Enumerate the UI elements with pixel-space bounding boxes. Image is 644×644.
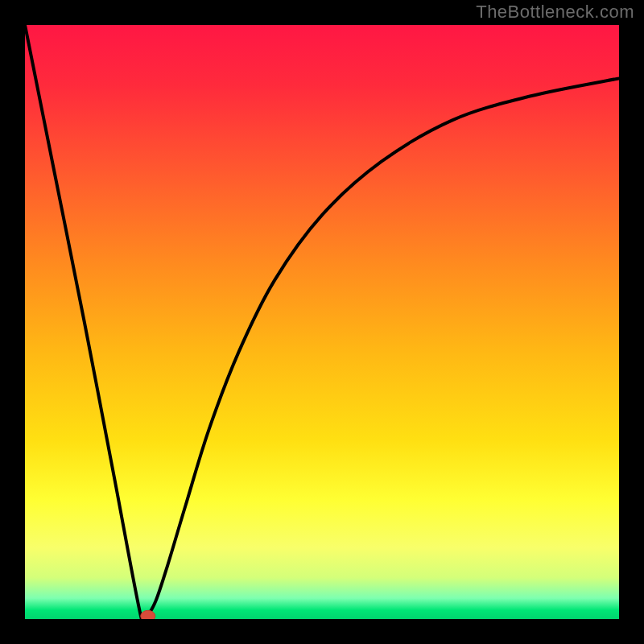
optimal-marker	[25, 25, 619, 619]
watermark-text: TheBottleneck.com	[476, 2, 634, 23]
svg-point-1	[141, 610, 155, 619]
chart-frame: TheBottleneck.com	[0, 0, 644, 644]
